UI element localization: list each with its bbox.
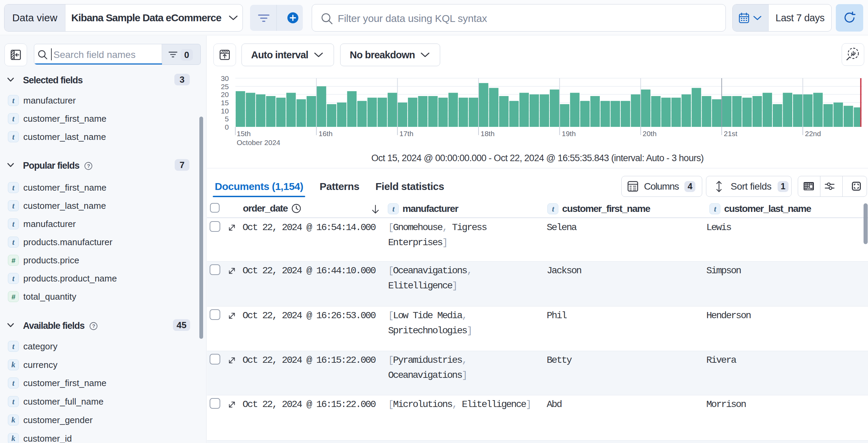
svg-text:?: ? xyxy=(87,163,90,169)
svg-text:?: ? xyxy=(92,323,95,329)
